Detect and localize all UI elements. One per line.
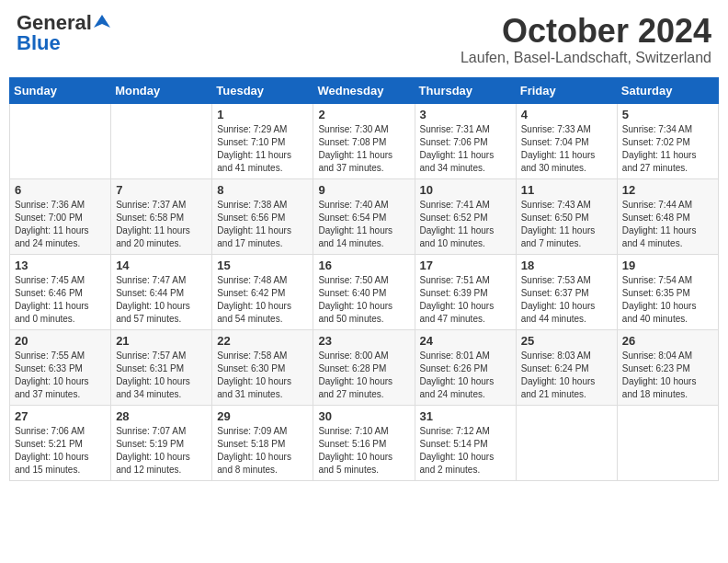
calendar-cell: 26Sunrise: 8:04 AM Sunset: 6:23 PM Dayli…: [617, 329, 718, 405]
day-number: 28: [116, 409, 207, 423]
calendar-cell: 5Sunrise: 7:34 AM Sunset: 7:02 PM Daylig…: [617, 103, 718, 178]
calendar-cell: 1Sunrise: 7:29 AM Sunset: 7:10 PM Daylig…: [212, 103, 313, 178]
day-number: 31: [420, 409, 511, 423]
day-number: 4: [521, 108, 612, 121]
day-number: 2: [318, 108, 409, 121]
calendar-cell: 17Sunrise: 7:51 AM Sunset: 6:39 PM Dayli…: [415, 254, 516, 329]
calendar-cell: 4Sunrise: 7:33 AM Sunset: 7:04 PM Daylig…: [516, 103, 617, 178]
cell-content: Sunrise: 7:50 AM Sunset: 6:40 PM Dayligh…: [318, 274, 409, 326]
calendar-header-row: SundayMondayTuesdayWednesdayThursdayFrid…: [10, 77, 719, 103]
day-number: 1: [217, 108, 308, 121]
day-number: 12: [622, 183, 713, 197]
day-number: 16: [318, 259, 409, 272]
page-header: General Blue October 2024 Laufen, Basel-…: [9, 9, 719, 70]
calendar-cell: 22Sunrise: 7:58 AM Sunset: 6:30 PM Dayli…: [212, 329, 313, 405]
day-number: 18: [521, 259, 612, 272]
calendar-cell: 23Sunrise: 8:00 AM Sunset: 6:28 PM Dayli…: [313, 329, 415, 405]
day-number: 7: [116, 183, 207, 197]
day-number: 19: [622, 259, 713, 272]
calendar-week-row: 1Sunrise: 7:29 AM Sunset: 7:10 PM Daylig…: [10, 103, 719, 178]
cell-content: Sunrise: 7:31 AM Sunset: 7:06 PM Dayligh…: [420, 123, 511, 175]
day-number: 20: [15, 334, 106, 348]
cell-content: Sunrise: 7:44 AM Sunset: 6:48 PM Dayligh…: [622, 199, 713, 250]
calendar-week-row: 20Sunrise: 7:55 AM Sunset: 6:33 PM Dayli…: [10, 329, 719, 405]
cell-content: Sunrise: 7:51 AM Sunset: 6:39 PM Dayligh…: [420, 274, 511, 326]
cell-content: Sunrise: 7:47 AM Sunset: 6:44 PM Dayligh…: [116, 274, 207, 326]
day-header-tuesday: Tuesday: [212, 77, 313, 103]
calendar-cell: 18Sunrise: 7:53 AM Sunset: 6:37 PM Dayli…: [516, 254, 617, 329]
day-number: 13: [15, 259, 106, 272]
day-number: 5: [622, 108, 713, 121]
logo-bird-icon: [94, 13, 110, 29]
cell-content: Sunrise: 7:10 AM Sunset: 5:16 PM Dayligh…: [318, 425, 409, 477]
calendar-cell: [10, 103, 111, 178]
cell-content: Sunrise: 8:03 AM Sunset: 6:24 PM Dayligh…: [521, 350, 612, 401]
logo-general-text: General: [17, 13, 92, 33]
calendar-week-row: 27Sunrise: 7:06 AM Sunset: 5:21 PM Dayli…: [10, 405, 719, 480]
day-number: 15: [217, 259, 308, 272]
day-number: 3: [420, 108, 511, 121]
calendar-cell: [617, 405, 718, 480]
cell-content: Sunrise: 7:54 AM Sunset: 6:35 PM Dayligh…: [622, 274, 713, 326]
calendar-table: SundayMondayTuesdayWednesdayThursdayFrid…: [9, 77, 719, 481]
day-number: 17: [420, 259, 511, 272]
calendar-cell: 14Sunrise: 7:47 AM Sunset: 6:44 PM Dayli…: [111, 254, 212, 329]
calendar-cell: 12Sunrise: 7:44 AM Sunset: 6:48 PM Dayli…: [617, 178, 718, 254]
calendar-cell: [516, 405, 617, 480]
cell-content: Sunrise: 7:06 AM Sunset: 5:21 PM Dayligh…: [15, 425, 106, 477]
cell-content: Sunrise: 8:00 AM Sunset: 6:28 PM Dayligh…: [318, 350, 409, 401]
calendar-cell: 19Sunrise: 7:54 AM Sunset: 6:35 PM Dayli…: [617, 254, 718, 329]
day-number: 10: [420, 183, 511, 197]
cell-content: Sunrise: 7:40 AM Sunset: 6:54 PM Dayligh…: [318, 199, 409, 250]
day-number: 29: [217, 409, 308, 423]
cell-content: Sunrise: 7:43 AM Sunset: 6:50 PM Dayligh…: [521, 199, 612, 250]
cell-content: Sunrise: 7:55 AM Sunset: 6:33 PM Dayligh…: [15, 350, 106, 401]
day-number: 23: [318, 334, 409, 348]
calendar-cell: 13Sunrise: 7:45 AM Sunset: 6:46 PM Dayli…: [10, 254, 111, 329]
title-block: October 2024 Laufen, Basel-Landschaft, S…: [461, 13, 711, 66]
day-number: 22: [217, 334, 308, 348]
day-header-thursday: Thursday: [415, 77, 516, 103]
logo-blue-text: Blue: [17, 33, 61, 53]
cell-content: Sunrise: 7:45 AM Sunset: 6:46 PM Dayligh…: [15, 274, 106, 326]
calendar-cell: 30Sunrise: 7:10 AM Sunset: 5:16 PM Dayli…: [313, 405, 415, 480]
calendar-cell: 11Sunrise: 7:43 AM Sunset: 6:50 PM Dayli…: [516, 178, 617, 254]
day-header-saturday: Saturday: [617, 77, 718, 103]
day-number: 6: [15, 183, 106, 197]
cell-content: Sunrise: 7:34 AM Sunset: 7:02 PM Dayligh…: [622, 123, 713, 175]
day-number: 9: [318, 183, 409, 197]
day-number: 27: [15, 409, 106, 423]
cell-content: Sunrise: 7:33 AM Sunset: 7:04 PM Dayligh…: [521, 123, 612, 175]
cell-content: Sunrise: 7:37 AM Sunset: 6:58 PM Dayligh…: [116, 199, 207, 250]
cell-content: Sunrise: 8:04 AM Sunset: 6:23 PM Dayligh…: [622, 350, 713, 401]
calendar-cell: [111, 103, 212, 178]
calendar-cell: 24Sunrise: 8:01 AM Sunset: 6:26 PM Dayli…: [415, 329, 516, 405]
cell-content: Sunrise: 7:58 AM Sunset: 6:30 PM Dayligh…: [217, 350, 308, 401]
cell-content: Sunrise: 7:07 AM Sunset: 5:19 PM Dayligh…: [116, 425, 207, 477]
location-text: Laufen, Basel-Landschaft, Switzerland: [461, 50, 711, 66]
calendar-week-row: 13Sunrise: 7:45 AM Sunset: 6:46 PM Dayli…: [10, 254, 719, 329]
cell-content: Sunrise: 7:38 AM Sunset: 6:56 PM Dayligh…: [217, 199, 308, 250]
calendar-cell: 2Sunrise: 7:30 AM Sunset: 7:08 PM Daylig…: [313, 103, 415, 178]
svg-marker-0: [94, 15, 110, 28]
day-number: 11: [521, 183, 612, 197]
calendar-cell: 31Sunrise: 7:12 AM Sunset: 5:14 PM Dayli…: [415, 405, 516, 480]
calendar-cell: 7Sunrise: 7:37 AM Sunset: 6:58 PM Daylig…: [111, 178, 212, 254]
cell-content: Sunrise: 7:30 AM Sunset: 7:08 PM Dayligh…: [318, 123, 409, 175]
cell-content: Sunrise: 7:29 AM Sunset: 7:10 PM Dayligh…: [217, 123, 308, 175]
calendar-cell: 16Sunrise: 7:50 AM Sunset: 6:40 PM Dayli…: [313, 254, 415, 329]
cell-content: Sunrise: 7:36 AM Sunset: 7:00 PM Dayligh…: [15, 199, 106, 250]
day-header-sunday: Sunday: [10, 77, 111, 103]
calendar-cell: 28Sunrise: 7:07 AM Sunset: 5:19 PM Dayli…: [111, 405, 212, 480]
calendar-cell: 25Sunrise: 8:03 AM Sunset: 6:24 PM Dayli…: [516, 329, 617, 405]
day-header-wednesday: Wednesday: [313, 77, 415, 103]
cell-content: Sunrise: 7:41 AM Sunset: 6:52 PM Dayligh…: [420, 199, 511, 250]
cell-content: Sunrise: 8:01 AM Sunset: 6:26 PM Dayligh…: [420, 350, 511, 401]
calendar-cell: 20Sunrise: 7:55 AM Sunset: 6:33 PM Dayli…: [10, 329, 111, 405]
cell-content: Sunrise: 7:53 AM Sunset: 6:37 PM Dayligh…: [521, 274, 612, 326]
calendar-week-row: 6Sunrise: 7:36 AM Sunset: 7:00 PM Daylig…: [10, 178, 719, 254]
day-number: 26: [622, 334, 713, 348]
cell-content: Sunrise: 7:57 AM Sunset: 6:31 PM Dayligh…: [116, 350, 207, 401]
cell-content: Sunrise: 7:48 AM Sunset: 6:42 PM Dayligh…: [217, 274, 308, 326]
calendar-cell: 6Sunrise: 7:36 AM Sunset: 7:00 PM Daylig…: [10, 178, 111, 254]
